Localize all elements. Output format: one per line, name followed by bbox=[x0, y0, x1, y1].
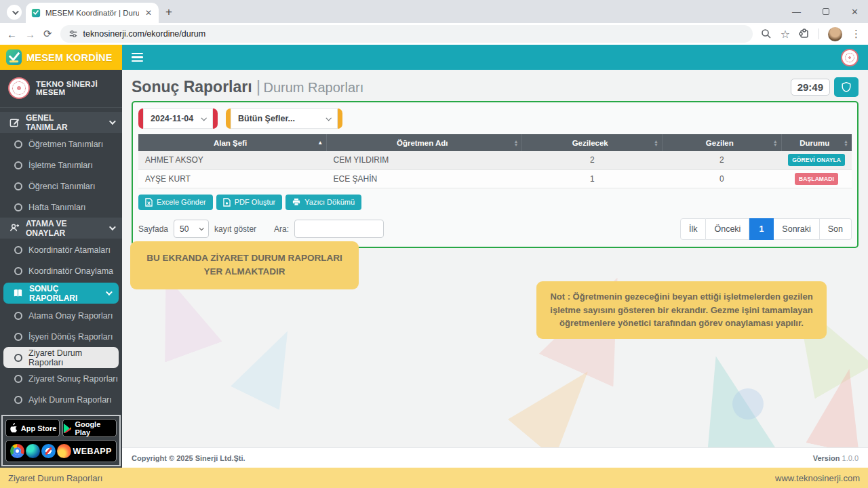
sidebar-item-ogretmen-tanimlari[interactable]: Öğretmen Tanımları bbox=[0, 134, 122, 155]
store-links-box: App Store Google Play WEBAPP bbox=[1, 415, 121, 466]
zoom-icon[interactable] bbox=[761, 28, 772, 39]
chevron-down-icon bbox=[201, 115, 206, 121]
user-emblem-avatar[interactable] bbox=[841, 49, 859, 66]
google-play-icon bbox=[63, 424, 71, 433]
sidebar-item-koordinator-atamalari[interactable]: Koordinatör Atamaları bbox=[0, 239, 122, 260]
print-button[interactable]: Yazıcı Dökümü bbox=[285, 195, 361, 210]
pagination-first-button[interactable]: İlk bbox=[680, 218, 707, 240]
browser-tab[interactable]: MESEM Koordinatör | Durum Ra ✕ bbox=[26, 3, 159, 23]
sidebar-item-isyeri-donus-raporlari[interactable]: İşyeri Dönüş Raporları bbox=[0, 326, 122, 347]
circle-icon bbox=[14, 312, 22, 320]
column-header-ogretmen-adi[interactable]: Öğretmen Adı▲▼ bbox=[327, 134, 522, 151]
edge-icon bbox=[26, 444, 40, 458]
tab-close-icon[interactable]: ✕ bbox=[144, 8, 153, 18]
column-header-durumu[interactable]: Durumu▲▼ bbox=[781, 134, 852, 151]
reload-button[interactable]: ⟳ bbox=[43, 28, 52, 40]
profile-avatar[interactable] bbox=[828, 27, 842, 41]
book-icon bbox=[13, 288, 23, 298]
column-header-gezilecek[interactable]: Gezilecek▲▼ bbox=[522, 134, 663, 151]
date-filter-wrapper: 2024-11-04 bbox=[138, 108, 218, 129]
forward-button[interactable]: → bbox=[25, 28, 35, 40]
pagination-next-button[interactable]: Sonraki bbox=[774, 218, 819, 240]
search-input[interactable] bbox=[294, 220, 384, 238]
page-title: Sonuç Raporları | Durum Raporları bbox=[132, 78, 363, 96]
column-header-gezilen[interactable]: Gezilen▲▼ bbox=[663, 134, 782, 151]
extensions-icon[interactable] bbox=[799, 28, 810, 39]
chief-filter-select[interactable]: Bütün Şefler... bbox=[231, 108, 338, 129]
circle-icon bbox=[14, 396, 22, 404]
chevron-down-icon bbox=[109, 118, 116, 125]
sidebar-item-ziyaret-durum-raporlari[interactable]: Ziyaret Durum Raporları bbox=[3, 347, 119, 368]
search-label: Ara: bbox=[274, 224, 289, 234]
new-tab-button[interactable]: + bbox=[165, 5, 172, 19]
export-excel-button[interactable]: Excele Gönder bbox=[138, 195, 213, 210]
pencil-watermark bbox=[231, 319, 312, 410]
sidebar-item-ogrenci-tanimlari[interactable]: Öğrenci Tanımları bbox=[0, 176, 122, 197]
sidebar-item-aylik-durum-raporlari[interactable]: Aylık Durum Raporları bbox=[0, 389, 122, 410]
chevron-down-icon bbox=[109, 224, 116, 230]
sidebar-nav: GENEL TANIMLAR Öğretmen Tanımları İşletm… bbox=[0, 108, 122, 431]
shield-icon bbox=[842, 82, 851, 92]
content-area: Sonuç Raporları | Durum Raporları 29:49 bbox=[122, 70, 868, 468]
window-maximize-button[interactable] bbox=[823, 8, 829, 15]
version-text: Version 1.0.0 bbox=[813, 454, 859, 462]
toolbar-divider bbox=[818, 28, 819, 39]
pagination-page-1-button[interactable]: 1 bbox=[749, 218, 774, 240]
hamburger-menu-icon[interactable] bbox=[132, 53, 143, 62]
sort-icon: ▲▼ bbox=[513, 140, 518, 146]
circle-icon bbox=[14, 246, 22, 254]
sidebar-item-isletme-tanimlari[interactable]: İşletme Tanımları bbox=[0, 155, 122, 176]
webapp-bar[interactable]: WEBAPP bbox=[5, 440, 117, 462]
sort-icon: ▲▼ bbox=[654, 140, 658, 146]
status-bar: Ziyaret Durum Raporları www.teknosinerji… bbox=[0, 468, 868, 488]
table-row: AHMET AKSOY CEM YILDIRIM 2 2 GÖREVİ ONAY… bbox=[138, 151, 852, 169]
firefox-icon bbox=[57, 444, 71, 458]
sidebar-section-sonuc-raporlari[interactable]: SONUÇ RAPORLARI bbox=[3, 283, 119, 304]
circle-icon bbox=[14, 333, 22, 341]
org-block: TEKNO SİNERJİ MESEM bbox=[0, 70, 122, 108]
pagination-last-button[interactable]: Son bbox=[820, 218, 852, 240]
browser-menu-icon[interactable]: ⋮ bbox=[851, 28, 861, 40]
sidebar-item-hafta-tanimlari[interactable]: Hafta Tanımları bbox=[0, 197, 122, 218]
site-favicon bbox=[31, 8, 41, 18]
excel-file-icon bbox=[145, 198, 153, 207]
sidebar-section-genel-tanimlar[interactable]: GENEL TANIMLAR bbox=[0, 112, 122, 133]
column-header-alan-sefi[interactable]: Alan Şefi▲ bbox=[138, 134, 327, 151]
chevron-down-icon bbox=[106, 289, 113, 296]
apple-icon bbox=[9, 423, 18, 433]
content-footer: Copyright © 2025 Sinerji Ltd.Şti. Versio… bbox=[122, 447, 868, 468]
pagination-prev-button[interactable]: Önceki bbox=[706, 218, 749, 240]
date-filter-select[interactable]: 2024-11-04 bbox=[143, 108, 213, 129]
chevron-down-icon bbox=[199, 226, 204, 230]
sort-asc-icon: ▲ bbox=[317, 140, 323, 146]
app-store-badge[interactable]: App Store bbox=[5, 419, 60, 437]
bookmark-star-icon[interactable]: ☆ bbox=[781, 28, 790, 41]
status-notstarted-badge[interactable]: BAŞLAMADI bbox=[795, 173, 838, 185]
tab-search-button[interactable] bbox=[7, 5, 22, 20]
chevron-down-icon bbox=[326, 115, 331, 121]
pencil-square-icon bbox=[9, 117, 20, 127]
circle-icon bbox=[14, 354, 22, 362]
statusbar-site-url: www.teknosinerji.com bbox=[775, 473, 860, 483]
sidebar-section-atama-ve-onaylar[interactable]: ATAMA VE ONAYLAR bbox=[0, 218, 122, 239]
back-button[interactable]: ← bbox=[7, 28, 17, 40]
sidebar-item-koordinator-onaylama[interactable]: Koordinatör Onaylama bbox=[0, 260, 122, 281]
status-approve-button[interactable]: GÖREVİ ONAYLA bbox=[788, 154, 845, 166]
export-pdf-button[interactable]: PDF Oluştur bbox=[216, 195, 283, 210]
org-emblem-icon bbox=[8, 77, 30, 99]
window-minimize-button[interactable]: — bbox=[792, 7, 801, 17]
records-label: kayıt göster bbox=[214, 224, 256, 234]
tab-title: MESEM Koordinatör | Durum Ra bbox=[45, 9, 139, 17]
window-close-button[interactable]: ✕ bbox=[851, 7, 859, 17]
url-bar[interactable]: teknosinerji.com/ekordine/durum bbox=[60, 25, 753, 43]
shield-button[interactable] bbox=[834, 77, 859, 97]
per-page-select[interactable]: 50 bbox=[174, 220, 209, 238]
site-settings-icon[interactable] bbox=[68, 29, 78, 39]
circle-icon bbox=[14, 140, 22, 148]
sidebar-item-ziyaret-sonuc-raporlari[interactable]: Ziyaret Sonuç Raporları bbox=[0, 368, 122, 389]
sidebar-item-atama-onay-raporlari[interactable]: Atama Onay Raporları bbox=[0, 305, 122, 326]
google-play-badge[interactable]: Google Play bbox=[62, 419, 117, 437]
browser-toolbar: ← → ⟳ teknosinerji.com/ekordine/durum ☆ … bbox=[0, 23, 868, 45]
circle-icon bbox=[14, 182, 22, 190]
brand-name: MESEM KORDİNE bbox=[26, 52, 113, 63]
